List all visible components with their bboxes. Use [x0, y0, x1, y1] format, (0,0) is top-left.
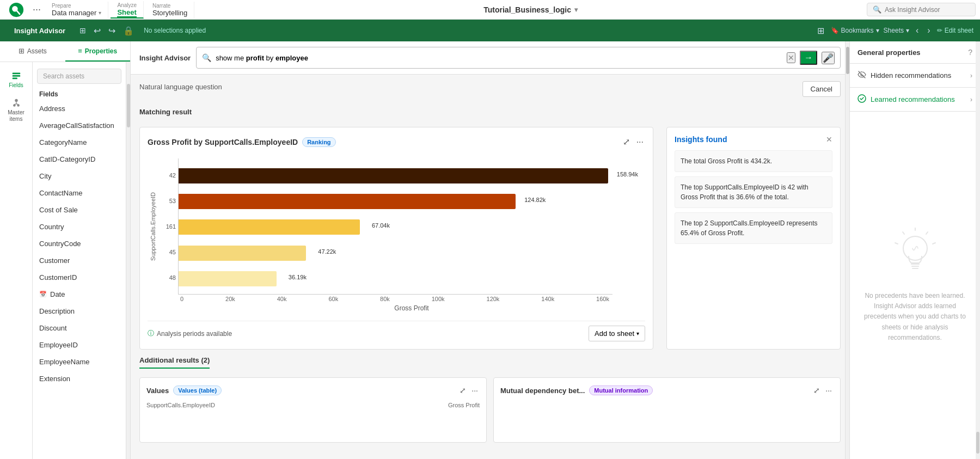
values-badge: Values (table) — [173, 385, 222, 395]
light-bulb-icon — [893, 228, 937, 282]
svg-rect-5 — [12, 78, 17, 79]
ask-insight-input[interactable] — [885, 6, 961, 14]
search-mic-button[interactable]: 🎤 — [822, 52, 835, 64]
no-selections-label: No selections applied — [144, 27, 206, 34]
values-maximize-button[interactable]: ⤢ — [458, 384, 468, 396]
add-to-sheet-button[interactable]: Add to sheet ▾ — [589, 326, 645, 341]
bar-fill-0 — [179, 168, 608, 183]
nav-narrate[interactable]: Narrate Storytelling — [146, 2, 194, 18]
nav-more-button[interactable]: ··· — [30, 4, 43, 15]
nav-analyze[interactable]: Analyze Sheet — [111, 1, 144, 19]
values-more-button[interactable]: ··· — [470, 384, 480, 396]
insights-close-button[interactable]: ✕ — [826, 135, 832, 144]
right-panel-help-button[interactable]: ? — [968, 48, 972, 57]
field-item-discount[interactable]: Discount — [33, 320, 126, 336]
x-label-5: 100k — [432, 296, 445, 302]
qlik-logo[interactable] — [4, 2, 28, 17]
natural-language-title: Natural language question — [139, 83, 222, 91]
right-section-hidden[interactable]: Hidden recommendations › — [850, 64, 980, 88]
field-item-address[interactable]: Address — [33, 100, 126, 117]
mutual-card: Mutual dependency bet... Mutual informat… — [493, 377, 841, 443]
info-icon: ⓘ — [148, 329, 154, 338]
field-item-costofsale[interactable]: Cost of Sale — [33, 201, 126, 218]
field-item-description[interactable]: Description — [33, 303, 126, 320]
redo-button[interactable]: ↪ — [106, 23, 118, 38]
field-item-categoryname[interactable]: CategoryName — [33, 134, 126, 151]
app-title: Tutorial_Business_logic ▾ — [197, 5, 865, 14]
search-assets-input[interactable]: Search assets — [37, 69, 121, 84]
left-panel-tabs: ⊞ Assets ≡ Properties — [0, 41, 130, 62]
chart-footer: ⓘ Analysis periods available Add to shee… — [148, 321, 645, 341]
learned-recommendations-label: Learned recommendations — [871, 95, 966, 103]
undo-button[interactable]: ↩ — [91, 23, 103, 38]
bar-row-0: 158.94k — [179, 164, 608, 188]
nav-item-master-items[interactable]: Master items — [1, 94, 32, 127]
lock-button[interactable]: 🔒 — [121, 23, 136, 38]
add-to-sheet-dropdown-icon: ▾ — [636, 331, 639, 336]
insight-advisor-button[interactable]: Insight Advisor — [7, 23, 73, 38]
field-item-catid[interactable]: CatID-CategoryID — [33, 151, 126, 168]
calendar-icon: 📅 — [39, 291, 47, 298]
fields-scrollbar[interactable] — [126, 62, 130, 459]
edit-sheet-button[interactable]: ✏ Edit sheet — [937, 27, 973, 34]
tab-assets[interactable]: ⊞ Assets — [0, 41, 65, 62]
field-item-customerid[interactable]: CustomerID — [33, 269, 126, 286]
insight-advisor-toolbar: Insight Advisor ⊞ ↩ ↪ 🔒 No selections ap… — [0, 20, 980, 41]
selection-box-button[interactable]: ⊞ — [77, 24, 88, 37]
field-item-avgcallsat[interactable]: AverageCallSatisfaction — [33, 117, 126, 134]
sheets-button[interactable]: Sheets ▾ — [884, 27, 909, 34]
y-label-1: 53 — [169, 198, 176, 204]
search-input-display[interactable]: show me profit by employee — [216, 54, 782, 62]
app-title-chevron[interactable]: ▾ — [574, 6, 578, 14]
search-box[interactable]: 🔍 show me profit by employee ✕ → 🎤 — [196, 47, 841, 69]
mutual-more-button[interactable]: ··· — [824, 384, 834, 396]
field-item-employeename[interactable]: EmployeeName — [33, 353, 126, 370]
field-item-employeeid[interactable]: EmployeeID — [33, 336, 126, 353]
right-panel-scrollbar[interactable] — [976, 41, 980, 459]
nav-item-fields[interactable]: Fields — [1, 66, 32, 93]
left-panel-body: Fields Master items Search assets — [0, 62, 130, 459]
nav-next-button[interactable]: › — [925, 23, 932, 38]
ask-insight-bar[interactable]: 🔍 — [867, 3, 976, 16]
additional-results-section: Additional results (2) Values Values (ta… — [139, 356, 841, 443]
field-item-countrycode[interactable]: CountryCode — [33, 235, 126, 252]
field-item-extension[interactable]: Extension — [33, 370, 126, 387]
center-scrollbar[interactable] — [845, 41, 849, 459]
insights-panel: Insights found ✕ The total Gross Profit … — [666, 127, 841, 350]
tab-properties[interactable]: ≡ Properties — [65, 41, 131, 62]
field-item-date[interactable]: 📅 Date — [33, 286, 126, 303]
nav-narrate-label: Narrate — [152, 3, 187, 9]
nav-prev-button[interactable]: ‹ — [914, 23, 921, 38]
field-item-customer[interactable]: Customer — [33, 252, 126, 269]
mutual-maximize-button[interactable]: ⤢ — [812, 384, 822, 396]
search-clear-button[interactable]: ✕ — [787, 52, 795, 63]
x-label-3: 60k — [328, 296, 338, 302]
bar-row-1: 124.82k — [179, 189, 608, 213]
cancel-button[interactable]: Cancel — [803, 81, 841, 97]
y-label-3: 45 — [169, 249, 176, 255]
search-submit-button[interactable]: → — [800, 51, 817, 65]
nav-prepare[interactable]: Prepare Data manager ▾ — [45, 2, 108, 18]
right-section-learned[interactable]: Learned recommendations › — [850, 88, 980, 112]
svg-rect-3 — [12, 73, 20, 75]
top-nav: ··· Prepare Data manager ▾ Analyze Sheet… — [0, 0, 980, 20]
additional-results-header-container: Additional results (2) — [139, 356, 841, 373]
y-axis-title: SupportCalls.EmployeeID — [150, 192, 156, 261]
chart-maximize-button[interactable]: ⤢ — [621, 135, 632, 149]
fields-list: Search assets Fields Address AverageCall… — [33, 62, 126, 459]
chart-body: 158.94k 124.82k — [178, 158, 612, 295]
chart-more-button[interactable]: ··· — [635, 135, 645, 149]
right-panel-scrollbar-thumb — [976, 432, 979, 454]
field-item-city[interactable]: City — [33, 168, 126, 185]
field-item-contactname[interactable]: ContactName — [33, 185, 126, 201]
bookmarks-button[interactable]: 🔖 Bookmarks ▾ — [831, 27, 879, 34]
field-item-country[interactable]: Country — [33, 218, 126, 235]
insight-item-2: The top 2 SupportCalls.EmployeeID repres… — [675, 212, 832, 244]
grid-view-button[interactable]: ⊞ — [815, 23, 826, 38]
svg-point-6 — [15, 99, 17, 102]
main-chart-card: Gross Profit by SupportCalls.EmployeeID … — [139, 127, 653, 350]
content-scroll: Natural language question Cancel Matchin… — [131, 75, 849, 459]
values-card: Values Values (table) ⤢ ··· SupportCalls… — [139, 377, 487, 443]
svg-line-10 — [14, 104, 16, 105]
values-card-actions: ⤢ ··· — [458, 384, 480, 396]
